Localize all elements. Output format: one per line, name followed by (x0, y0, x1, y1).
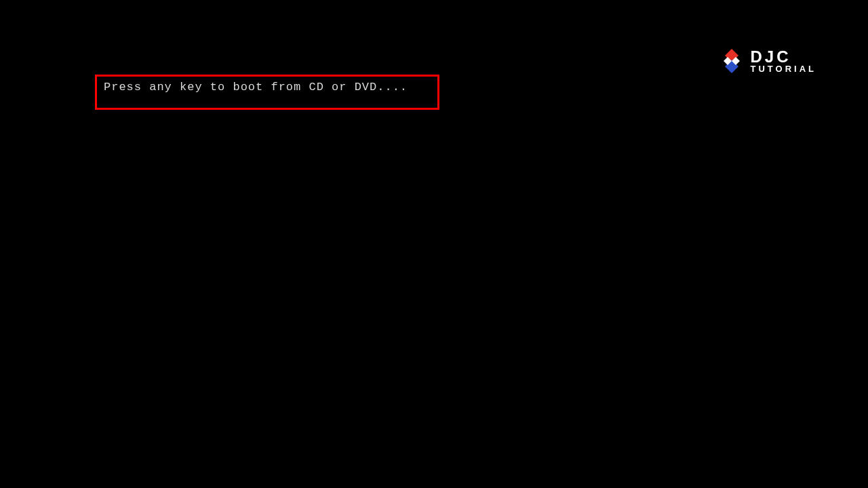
logo-main-text: DJC (751, 49, 816, 65)
boot-prompt-text: Press any key to boot from CD or DVD.... (104, 81, 408, 94)
logo-sub-text: TUTORIAL (751, 64, 816, 73)
logo-text-block: DJC TUTORIAL (751, 49, 816, 73)
channel-logo: DJC TUTORIAL (718, 47, 816, 75)
boot-prompt-highlight: Press any key to boot from CD or DVD.... (95, 75, 439, 110)
logo-mark-icon (718, 47, 745, 75)
boot-screen[interactable]: Press any key to boot from CD or DVD....… (0, 0, 868, 488)
